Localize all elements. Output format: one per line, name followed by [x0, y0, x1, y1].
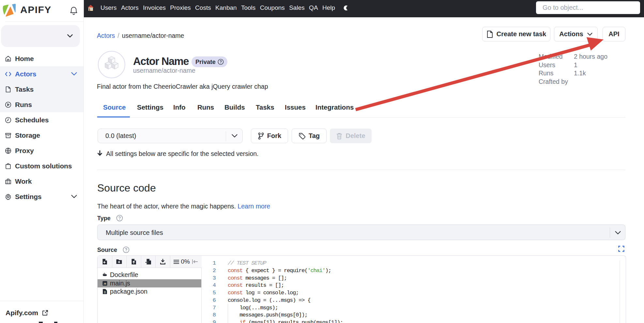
svg-text:{}: {}: [104, 291, 106, 293]
svg-text:JS: JS: [104, 283, 106, 285]
